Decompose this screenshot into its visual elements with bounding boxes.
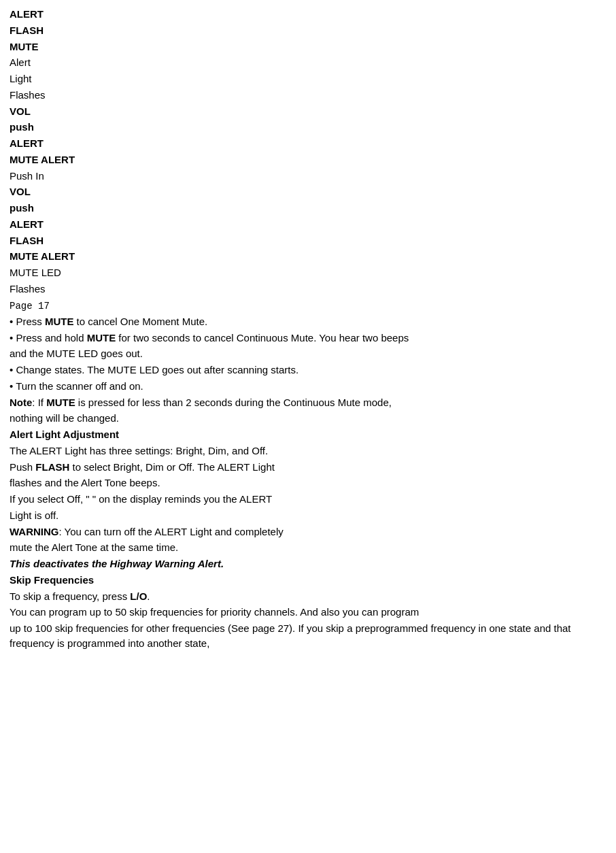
line-program-100: up to 100 skip frequencies for other fre… [10,621,606,651]
line-page-17: Page 17 [10,298,606,313]
line-alert-2: ALERT [10,136,606,151]
line-vol-1: VOL [10,104,606,119]
line-if-select: If you select Off, " " on the display re… [10,492,606,507]
line-push-1: push [10,120,606,135]
line-mute-tone: mute the Alert Tone at the same time. [10,540,606,555]
line-alert-normal: Alert [10,55,606,70]
line-push-in: Push In [10,169,606,184]
line-flashes-2: Flashes [10,282,606,297]
line-mute-alert-1: MUTE ALERT [10,152,606,167]
line-mute-1: MUTE [10,39,606,54]
line-alert-light-adj: Alert Light Adjustment [10,427,606,442]
line-nothing: nothing will be changed. [10,411,606,426]
line-change-states: • Change states. The MUTE LED goes out a… [10,363,606,378]
line-flash-1: FLASH [10,23,606,38]
line-skip-freq: Skip Frequencies [10,573,606,588]
line-deactivates: This deactivates the Highway Warning Ale… [10,556,606,571]
line-mute-led: MUTE LED [10,265,606,280]
line-program-50: You can program up to 50 skip frequencie… [10,605,606,620]
line-alert-1: ALERT [10,7,606,22]
line-push-flash: Push FLASH to select Bright, Dim or Off.… [10,460,606,475]
line-flash-2: FLASH [10,233,606,248]
line-push-2: push [10,201,606,216]
line-three-settings: The ALERT Light has three settings: Brig… [10,444,606,458]
line-warning: WARNING: You can turn off the ALERT Ligh… [10,524,606,539]
line-mute-led-out: and the MUTE LED goes out. [10,346,606,361]
line-light: Light [10,71,606,86]
line-alert-3: ALERT [10,217,606,232]
line-bullet-mute-1: • Press MUTE to cancel One Moment Mute. [10,314,606,329]
line-skip-press: To skip a frequency, press L/O. [10,589,606,604]
line-turn-off: • Turn the scanner off and on. [10,379,606,394]
line-bullet-mute-2: • Press and hold MUTE for two seconds to… [10,331,606,346]
line-vol-2: VOL [10,184,606,199]
page-content: ALERT FLASH MUTE Alert Light Flashes VOL… [10,7,606,651]
line-note-mute: Note: If MUTE is pressed for less than 2… [10,395,606,410]
line-mute-alert-2: MUTE ALERT [10,249,606,264]
line-light-is-off: Light is off. [10,508,606,523]
line-flashes: Flashes [10,88,606,103]
line-flashes-beeps: flashes and the Alert Tone beeps. [10,475,606,490]
